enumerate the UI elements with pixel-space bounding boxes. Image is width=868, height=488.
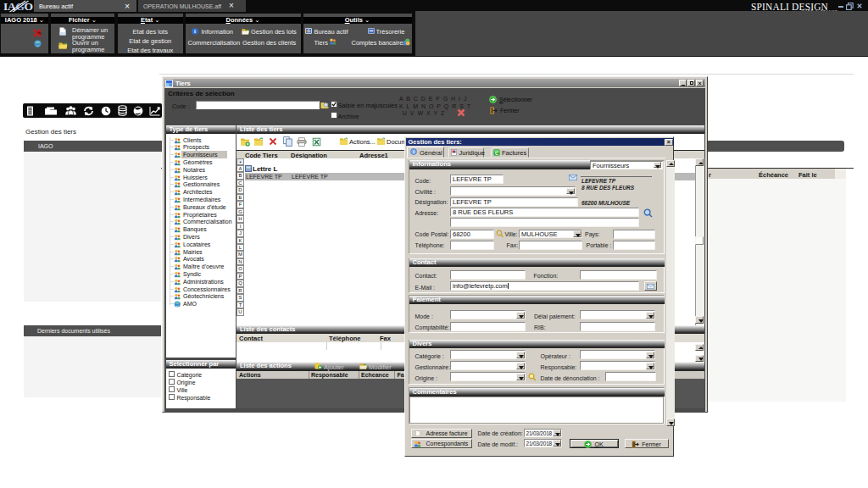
svg-text:C: C <box>495 150 498 155</box>
svg-text:i: i <box>194 28 196 34</box>
